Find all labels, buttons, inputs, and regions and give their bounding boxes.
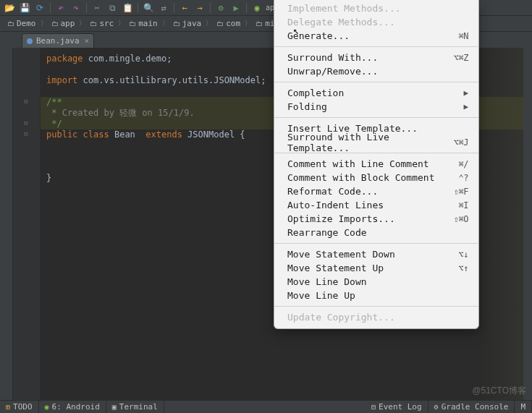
editor-shade — [480, 48, 523, 401]
menu-shortcut: ⇧⌘F — [454, 187, 468, 197]
close-icon[interactable]: × — [85, 36, 90, 46]
toolbar-separator — [138, 3, 138, 13]
menu-shortcut: ⌃? — [459, 173, 468, 183]
toolbar-separator — [174, 3, 174, 13]
toolbar-separator — [210, 3, 211, 13]
line-gutter: ⊟ ⊟ ⊟ — [13, 48, 41, 401]
folder-icon: 🗀 — [90, 20, 97, 27]
menu-shortcut: ⌥↓ — [459, 250, 468, 260]
menu-item[interactable]: Surround with Live Template...⌥⌘J — [274, 135, 478, 149]
crumb-demo[interactable]: 🗀Demo — [4, 18, 39, 29]
menu-item[interactable]: Reformat Code...⇧⌘F — [274, 184, 478, 198]
run-icon[interactable]: ▶ — [229, 1, 242, 14]
submenu-arrow-icon: ▶ — [463, 102, 468, 111]
forward-icon[interactable]: → — [193, 1, 206, 14]
menu-item-label: Optimize Imports... — [287, 213, 454, 224]
left-gutter-strip — [0, 48, 13, 401]
menu-item[interactable]: Folding▶ — [274, 100, 478, 114]
menu-item[interactable]: Move Line Down — [274, 275, 478, 289]
tab-bean-java[interactable]: Bean.java × — [22, 33, 94, 48]
gradle-icon: ⚙ — [434, 403, 439, 411]
fold-marker-icon[interactable]: ⊟ — [22, 129, 30, 138]
menu-shortcut: ⇧⌘O — [454, 214, 468, 224]
crumb-app[interactable]: 🗀app — [48, 18, 78, 29]
status-eventlog[interactable]: ⊟Event Log — [366, 401, 428, 413]
menu-item: Implement Methods... — [274, 1, 478, 15]
open-icon[interactable]: 📂 — [3, 1, 16, 14]
menu-item[interactable]: Comment with Line Comment⌘/ — [274, 157, 478, 171]
tab-label: Bean.java — [36, 36, 80, 46]
undo-icon[interactable]: ↶ — [54, 1, 67, 14]
terminal-icon: ▣ — [112, 403, 117, 411]
menu-item[interactable]: Move Statement Up⌥↑ — [274, 261, 478, 275]
menu-item-label: Surround with Live Template... — [287, 132, 454, 153]
folder-icon: 🗀 — [7, 20, 14, 27]
status-gradle[interactable]: ⚙Gradle Console — [428, 401, 515, 413]
replace-icon[interactable]: ⇄ — [157, 1, 170, 14]
menu-shortcut: ⌥⌘Z — [454, 53, 468, 63]
menu-item-label: Reformat Code... — [287, 186, 454, 197]
menu-item[interactable]: Auto-Indent Lines⌘I — [274, 198, 478, 212]
menu-shortcut: ⌘N — [459, 31, 468, 41]
menu-item-label: Implement Methods... — [287, 3, 468, 14]
menu-item-label: Generate... — [287, 30, 459, 41]
menu-item[interactable]: Optimize Imports...⇧⌘O — [274, 212, 478, 226]
menu-item[interactable]: Comment with Block Comment⌃? — [274, 171, 478, 184]
redo-icon[interactable]: ↷ — [69, 1, 83, 14]
menu-item-label: Auto-Indent Lines — [287, 200, 459, 210]
fold-marker-icon[interactable]: ⊟ — [22, 97, 30, 106]
menu-item: Delegate Methods... — [274, 15, 478, 29]
menu-item[interactable]: Move Statement Down⌥↓ — [274, 247, 478, 261]
crumb-src[interactable]: 🗀src — [87, 18, 117, 29]
menu-shortcut: ⌥↑ — [459, 263, 468, 273]
java-file-icon — [27, 38, 33, 44]
menu-separator — [274, 82, 478, 82]
menu-item[interactable]: Surround With...⌥⌘Z — [274, 51, 478, 64]
menu-item-label: Update Copyright... — [287, 312, 468, 323]
fold-marker-icon[interactable]: ⊟ — [22, 119, 30, 127]
menu-item[interactable]: Rearrange Code — [274, 226, 478, 239]
menu-item-label: Comment with Line Comment — [287, 158, 459, 169]
menu-item-label: Surround With... — [287, 52, 454, 63]
watermark: @51CTO博客 — [472, 385, 526, 397]
menu-item[interactable]: Unwrap/Remove... — [274, 64, 478, 78]
crumb-java[interactable]: 🗀java — [170, 18, 205, 29]
folder-icon: 🗀 — [256, 20, 263, 27]
paste-icon[interactable]: 📋 — [121, 1, 134, 14]
menu-item: Update Copyright... — [274, 310, 478, 324]
menu-separator — [274, 243, 478, 244]
refresh-icon[interactable]: ⟳ — [33, 1, 46, 14]
status-todo[interactable]: ⊞TODO — [0, 401, 39, 413]
menu-separator — [274, 117, 478, 118]
cut-icon[interactable]: ✂ — [90, 1, 104, 14]
menu-item-label: Folding — [287, 101, 463, 112]
menu-item-label: Move Line Up — [287, 290, 468, 301]
todo-icon: ⊞ — [6, 403, 10, 411]
menu-item[interactable]: Completion▶ — [274, 86, 478, 100]
build-icon[interactable]: ⚙ — [214, 1, 227, 14]
folder-icon: 🗀 — [173, 20, 180, 27]
crumb-com[interactable]: 🗀com — [214, 18, 243, 29]
crumb-main[interactable]: 🗀main — [126, 18, 161, 29]
menu-separator — [274, 46, 478, 47]
menu-item-label: Rearrange Code — [287, 227, 468, 238]
save-icon[interactable]: 💾 — [18, 1, 31, 14]
toolbar-separator — [246, 3, 247, 13]
find-icon[interactable]: 🔍 — [142, 1, 155, 14]
menu-item-label: Move Statement Up — [287, 263, 459, 273]
copy-icon[interactable]: ⧉ — [106, 1, 119, 14]
menu-item[interactable]: Generate...⌘N — [274, 29, 478, 43]
status-android[interactable]: ◉6: Android — [39, 401, 106, 413]
menu-item-label: Completion — [287, 88, 463, 98]
status-m[interactable]: M — [515, 401, 532, 413]
menu-item[interactable]: Move Line Up — [274, 289, 478, 302]
submenu-arrow-icon: ▶ — [463, 88, 468, 98]
menu-item-label: Comment with Block Comment — [287, 172, 459, 183]
status-terminal[interactable]: ▣Terminal — [106, 401, 164, 413]
android-icon[interactable]: ◉ — [250, 1, 263, 14]
menu-separator — [274, 306, 478, 307]
menu-item-label: Move Statement Down — [287, 249, 459, 260]
menu-item-label: Delegate Methods... — [287, 17, 468, 27]
back-icon[interactable]: ← — [178, 1, 191, 14]
folder-icon: 🗀 — [216, 20, 224, 27]
